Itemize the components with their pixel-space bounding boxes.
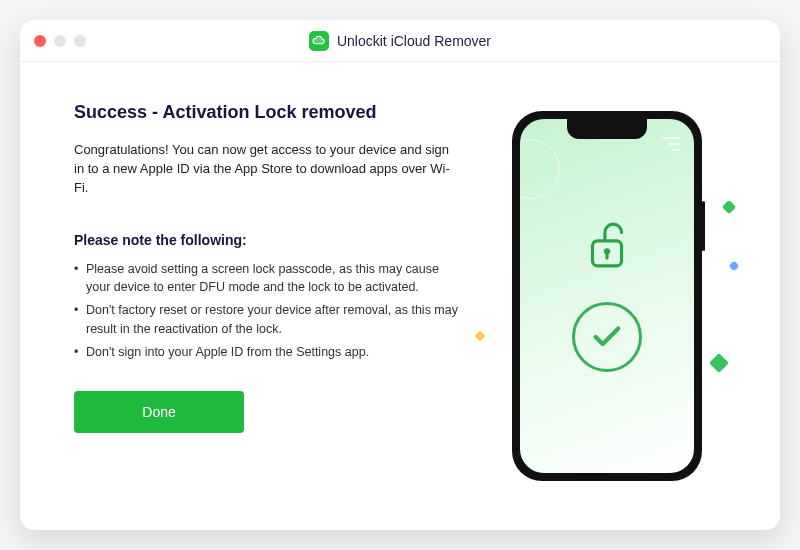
titlebar: Unlockit iCloud Remover — [20, 20, 780, 62]
checkmark-circle-icon — [572, 302, 642, 372]
notes-heading: Please note the following: — [74, 232, 462, 248]
sparkle-icon — [722, 200, 736, 214]
sparkle-icon — [709, 353, 729, 373]
note-item: Don't factory reset or restore your devi… — [74, 301, 462, 339]
svg-rect-2 — [605, 252, 608, 259]
window-controls — [34, 35, 86, 47]
sparkle-icon — [474, 330, 485, 341]
message-panel: Success - Activation Lock removed Congra… — [74, 102, 462, 490]
title-center: Unlockit iCloud Remover — [309, 31, 491, 51]
app-window: Unlockit iCloud Remover Success - Activa… — [20, 20, 780, 530]
maximize-window-button[interactable] — [74, 35, 86, 47]
illustration-panel — [482, 102, 732, 490]
phone-screen — [520, 119, 694, 473]
intro-text: Congratulations! You can now get access … — [74, 141, 462, 198]
done-button[interactable]: Done — [74, 391, 244, 433]
app-cloud-icon — [309, 31, 329, 51]
sparkle-icon — [728, 260, 739, 271]
minimize-window-button[interactable] — [54, 35, 66, 47]
decorative-circle — [634, 353, 694, 443]
content-area: Success - Activation Lock removed Congra… — [20, 62, 780, 530]
phone-illustration — [512, 111, 702, 481]
app-title: Unlockit iCloud Remover — [337, 33, 491, 49]
unlocked-padlock-icon — [586, 220, 628, 274]
decorative-circle — [520, 139, 560, 199]
phone-notch — [567, 119, 647, 139]
decorative-lines — [662, 137, 680, 151]
page-heading: Success - Activation Lock removed — [74, 102, 462, 123]
note-item: Don't sign into your Apple ID from the S… — [74, 343, 462, 362]
notes-list: Please avoid setting a screen lock passc… — [74, 260, 462, 362]
note-item: Please avoid setting a screen lock passc… — [74, 260, 462, 298]
close-window-button[interactable] — [34, 35, 46, 47]
